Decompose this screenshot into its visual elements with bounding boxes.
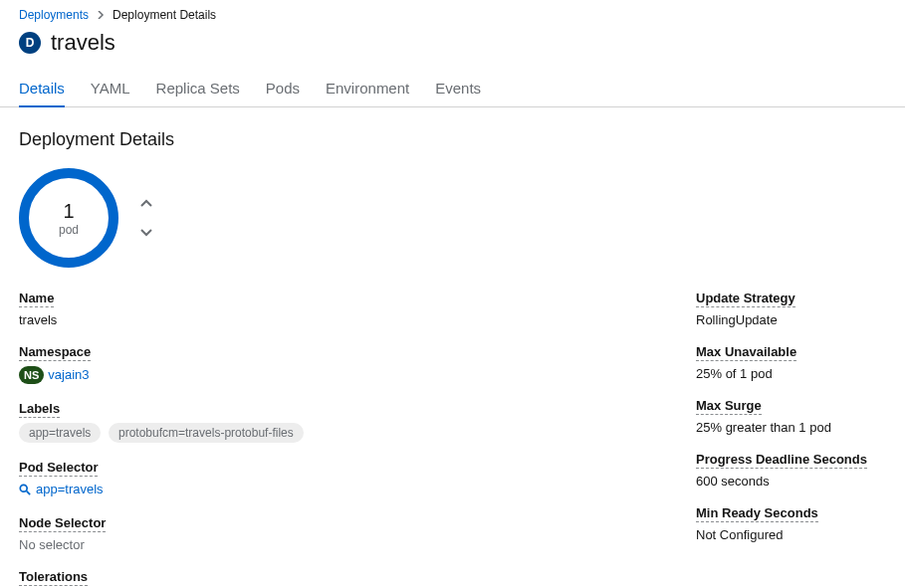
- tab-yaml[interactable]: YAML: [91, 72, 130, 106]
- tab-pods[interactable]: Pods: [266, 72, 300, 106]
- max-surge-value: 25% greater than 1 pod: [696, 420, 886, 435]
- pod-unit-label: pod: [59, 223, 79, 237]
- svg-line-1: [27, 490, 30, 493]
- field-node-selector: Node Selector No selector: [19, 514, 656, 552]
- field-min-ready: Min Ready Seconds Not Configured: [696, 504, 886, 542]
- node-selector-value: No selector: [19, 537, 656, 552]
- tolerations-label: Tolerations: [19, 569, 88, 586]
- breadcrumb: Deployments Deployment Details: [19, 4, 886, 30]
- label-pill[interactable]: app=travels: [19, 423, 101, 443]
- tab-environment[interactable]: Environment: [326, 72, 409, 106]
- min-ready-label: Min Ready Seconds: [696, 505, 818, 522]
- node-selector-label: Node Selector: [19, 515, 106, 532]
- search-icon: [19, 484, 31, 495]
- progress-deadline-label: Progress Deadline Seconds: [696, 452, 867, 469]
- pod-selector-label: Pod Selector: [19, 460, 98, 477]
- section-title: Deployment Details: [19, 129, 886, 150]
- field-max-unavailable: Max Unavailable 25% of 1 pod: [696, 343, 886, 381]
- tabs: Details YAML Replica Sets Pods Environme…: [0, 72, 905, 107]
- labels-label: Labels: [19, 401, 60, 418]
- tab-events[interactable]: Events: [435, 72, 481, 106]
- namespace-badge-icon: NS: [19, 366, 44, 384]
- label-pill[interactable]: protobufcm=travels-protobuf-files: [109, 423, 304, 443]
- max-unavailable-label: Max Unavailable: [696, 344, 796, 361]
- update-strategy-label: Update Strategy: [696, 291, 795, 307]
- namespace-link[interactable]: vajain3: [48, 367, 89, 382]
- max-unavailable-value: 25% of 1 pod: [696, 366, 886, 381]
- breadcrumb-parent-link[interactable]: Deployments: [19, 8, 89, 22]
- chevron-right-icon: [97, 10, 105, 21]
- pod-selector-link[interactable]: app=travels: [19, 482, 104, 496]
- progress-deadline-value: 600 seconds: [696, 474, 886, 489]
- tab-replica-sets[interactable]: Replica Sets: [156, 72, 240, 106]
- field-name: Name travels: [19, 290, 656, 327]
- svg-point-0: [20, 485, 27, 491]
- field-tolerations: Tolerations 0 Tolerations: [19, 568, 656, 589]
- name-label: Name: [19, 291, 54, 307]
- field-pod-selector: Pod Selector app=travels: [19, 459, 656, 498]
- field-update-strategy: Update Strategy RollingUpdate: [696, 290, 886, 327]
- name-value: travels: [19, 312, 656, 327]
- page-title: travels: [51, 30, 115, 56]
- field-progress-deadline: Progress Deadline Seconds 600 seconds: [696, 451, 886, 489]
- min-ready-value: Not Configured: [696, 527, 886, 542]
- namespace-label: Namespace: [19, 344, 91, 361]
- field-max-surge: Max Surge 25% greater than 1 pod: [696, 397, 886, 435]
- breadcrumb-current: Deployment Details: [113, 8, 216, 22]
- scale-up-button[interactable]: [138, 195, 154, 211]
- scale-down-button[interactable]: [138, 225, 154, 241]
- max-surge-label: Max Surge: [696, 398, 762, 415]
- field-namespace: Namespace NSvajain3: [19, 343, 656, 384]
- pod-count: 1: [63, 200, 74, 223]
- pod-ring: 1 pod: [19, 168, 118, 268]
- deployment-badge-icon: D: [19, 32, 41, 54]
- update-strategy-value: RollingUpdate: [696, 312, 886, 327]
- field-labels: Labels app=travels protobufcm=travels-pr…: [19, 400, 656, 443]
- tab-details[interactable]: Details: [19, 72, 65, 106]
- pod-selector-value: app=travels: [36, 482, 104, 496]
